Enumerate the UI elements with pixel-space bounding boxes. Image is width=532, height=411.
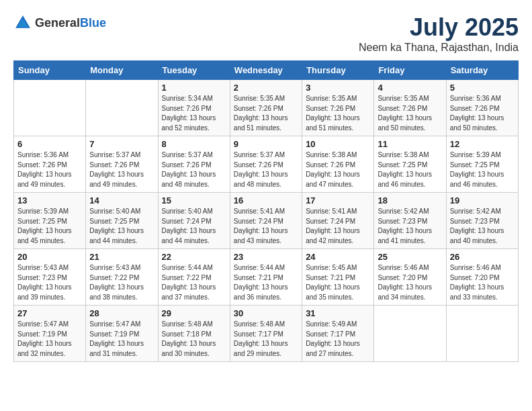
- day-detail: Sunrise: 5:38 AMSunset: 7:26 PMDaylight:…: [306, 150, 370, 189]
- day-cell: 16Sunrise: 5:41 AMSunset: 7:24 PMDayligh…: [230, 193, 302, 249]
- day-cell: 19Sunrise: 5:42 AMSunset: 7:23 PMDayligh…: [446, 193, 518, 249]
- day-cell: 4Sunrise: 5:35 AMSunset: 7:26 PMDaylight…: [374, 80, 446, 136]
- week-row-3: 13Sunrise: 5:39 AMSunset: 7:25 PMDayligh…: [14, 193, 519, 249]
- day-number: 16: [234, 195, 298, 205]
- day-detail: Sunrise: 5:46 AMSunset: 7:20 PMDaylight:…: [450, 263, 515, 302]
- day-number: 8: [162, 139, 226, 149]
- day-number: 19: [450, 195, 515, 205]
- day-detail: Sunrise: 5:34 AMSunset: 7:26 PMDaylight:…: [162, 94, 226, 133]
- day-detail: Sunrise: 5:41 AMSunset: 7:24 PMDaylight:…: [306, 207, 370, 246]
- day-detail: Sunrise: 5:39 AMSunset: 7:25 PMDaylight:…: [450, 150, 515, 189]
- day-number: 28: [89, 308, 154, 318]
- day-cell: 14Sunrise: 5:40 AMSunset: 7:25 PMDayligh…: [86, 193, 158, 249]
- day-detail: Sunrise: 5:45 AMSunset: 7:21 PMDaylight:…: [306, 263, 370, 302]
- logo-icon: [13, 13, 32, 32]
- day-detail: Sunrise: 5:47 AMSunset: 7:19 PMDaylight:…: [89, 320, 154, 359]
- location-title: Neem ka Thana, Rajasthan, India: [359, 42, 519, 54]
- day-detail: Sunrise: 5:36 AMSunset: 7:26 PMDaylight:…: [17, 150, 82, 189]
- day-cell: 12Sunrise: 5:39 AMSunset: 7:25 PMDayligh…: [446, 136, 518, 193]
- day-detail: Sunrise: 5:37 AMSunset: 7:26 PMDaylight:…: [234, 150, 298, 189]
- day-cell: 21Sunrise: 5:43 AMSunset: 7:22 PMDayligh…: [86, 249, 158, 306]
- day-number: 26: [450, 252, 515, 262]
- day-number: 5: [450, 83, 515, 93]
- day-number: 12: [450, 139, 515, 149]
- day-number: 21: [89, 252, 154, 262]
- day-detail: Sunrise: 5:36 AMSunset: 7:26 PMDaylight:…: [450, 94, 515, 133]
- day-cell: 17Sunrise: 5:41 AMSunset: 7:24 PMDayligh…: [302, 193, 374, 249]
- day-detail: Sunrise: 5:43 AMSunset: 7:22 PMDaylight:…: [89, 263, 154, 302]
- day-cell: [14, 80, 86, 136]
- day-cell: 8Sunrise: 5:37 AMSunset: 7:26 PMDaylight…: [158, 136, 230, 193]
- day-cell: [86, 80, 158, 136]
- day-detail: Sunrise: 5:48 AMSunset: 7:18 PMDaylight:…: [162, 320, 226, 359]
- day-number: 3: [306, 83, 370, 93]
- day-cell: 7Sunrise: 5:37 AMSunset: 7:26 PMDaylight…: [86, 136, 158, 193]
- weekday-header-monday: Monday: [86, 61, 158, 80]
- day-number: 30: [234, 308, 298, 318]
- month-title: July 2025: [359, 13, 519, 42]
- day-cell: 23Sunrise: 5:44 AMSunset: 7:21 PMDayligh…: [230, 249, 302, 306]
- day-cell: 29Sunrise: 5:48 AMSunset: 7:18 PMDayligh…: [158, 306, 230, 362]
- day-detail: Sunrise: 5:40 AMSunset: 7:24 PMDaylight:…: [162, 207, 226, 246]
- weekday-header-thursday: Thursday: [302, 61, 374, 80]
- day-cell: 2Sunrise: 5:35 AMSunset: 7:26 PMDaylight…: [230, 80, 302, 136]
- day-cell: [374, 306, 446, 362]
- day-number: 9: [234, 139, 298, 149]
- weekday-header-friday: Friday: [374, 61, 446, 80]
- day-cell: 3Sunrise: 5:35 AMSunset: 7:26 PMDaylight…: [302, 80, 374, 136]
- weekday-header-row: SundayMondayTuesdayWednesdayThursdayFrid…: [14, 61, 519, 80]
- week-row-4: 20Sunrise: 5:43 AMSunset: 7:23 PMDayligh…: [14, 249, 519, 306]
- day-number: 20: [17, 252, 82, 262]
- title-area: July 2025 Neem ka Thana, Rajasthan, Indi…: [359, 13, 519, 54]
- day-cell: 30Sunrise: 5:48 AMSunset: 7:17 PMDayligh…: [230, 306, 302, 362]
- day-detail: Sunrise: 5:44 AMSunset: 7:21 PMDaylight:…: [234, 263, 298, 302]
- day-number: 25: [378, 252, 442, 262]
- logo-text-blue: Blue: [80, 16, 106, 30]
- day-number: 1: [162, 83, 226, 93]
- weekday-header-sunday: Sunday: [14, 61, 86, 80]
- day-number: 7: [89, 139, 154, 149]
- day-cell: 9Sunrise: 5:37 AMSunset: 7:26 PMDaylight…: [230, 136, 302, 193]
- day-number: 2: [234, 83, 298, 93]
- day-number: 4: [378, 83, 442, 93]
- day-cell: 22Sunrise: 5:44 AMSunset: 7:22 PMDayligh…: [158, 249, 230, 306]
- day-number: 24: [306, 252, 370, 262]
- day-cell: 27Sunrise: 5:47 AMSunset: 7:19 PMDayligh…: [14, 306, 86, 362]
- day-detail: Sunrise: 5:46 AMSunset: 7:20 PMDaylight:…: [378, 263, 442, 302]
- day-cell: 31Sunrise: 5:49 AMSunset: 7:17 PMDayligh…: [302, 306, 374, 362]
- weekday-header-wednesday: Wednesday: [230, 61, 302, 80]
- header: GeneralBlue July 2025 Neem ka Thana, Raj…: [13, 13, 519, 54]
- day-cell: 5Sunrise: 5:36 AMSunset: 7:26 PMDaylight…: [446, 80, 518, 136]
- day-detail: Sunrise: 5:39 AMSunset: 7:25 PMDaylight:…: [17, 207, 82, 246]
- day-cell: 20Sunrise: 5:43 AMSunset: 7:23 PMDayligh…: [14, 249, 86, 306]
- day-number: 29: [162, 308, 226, 318]
- logo-text-general: General: [35, 16, 80, 30]
- day-cell: 15Sunrise: 5:40 AMSunset: 7:24 PMDayligh…: [158, 193, 230, 249]
- day-cell: 25Sunrise: 5:46 AMSunset: 7:20 PMDayligh…: [374, 249, 446, 306]
- day-number: 15: [162, 195, 226, 205]
- day-cell: 11Sunrise: 5:38 AMSunset: 7:25 PMDayligh…: [374, 136, 446, 193]
- day-detail: Sunrise: 5:37 AMSunset: 7:26 PMDaylight:…: [162, 150, 226, 189]
- day-detail: Sunrise: 5:49 AMSunset: 7:17 PMDaylight:…: [306, 320, 370, 359]
- day-number: 18: [378, 195, 442, 205]
- day-detail: Sunrise: 5:42 AMSunset: 7:23 PMDaylight:…: [450, 207, 515, 246]
- day-number: 14: [89, 195, 154, 205]
- week-row-2: 6Sunrise: 5:36 AMSunset: 7:26 PMDaylight…: [14, 136, 519, 193]
- day-detail: Sunrise: 5:43 AMSunset: 7:23 PMDaylight:…: [17, 263, 82, 302]
- day-number: 27: [17, 308, 82, 318]
- day-detail: Sunrise: 5:48 AMSunset: 7:17 PMDaylight:…: [234, 320, 298, 359]
- day-cell: 10Sunrise: 5:38 AMSunset: 7:26 PMDayligh…: [302, 136, 374, 193]
- day-number: 31: [306, 308, 370, 318]
- weekday-header-tuesday: Tuesday: [158, 61, 230, 80]
- day-cell: [446, 306, 518, 362]
- day-cell: 24Sunrise: 5:45 AMSunset: 7:21 PMDayligh…: [302, 249, 374, 306]
- day-detail: Sunrise: 5:42 AMSunset: 7:23 PMDaylight:…: [378, 207, 442, 246]
- day-cell: 6Sunrise: 5:36 AMSunset: 7:26 PMDaylight…: [14, 136, 86, 193]
- day-detail: Sunrise: 5:41 AMSunset: 7:24 PMDaylight:…: [234, 207, 298, 246]
- day-number: 23: [234, 252, 298, 262]
- day-cell: 18Sunrise: 5:42 AMSunset: 7:23 PMDayligh…: [374, 193, 446, 249]
- week-row-5: 27Sunrise: 5:47 AMSunset: 7:19 PMDayligh…: [14, 306, 519, 362]
- day-detail: Sunrise: 5:35 AMSunset: 7:26 PMDaylight:…: [234, 94, 298, 133]
- day-detail: Sunrise: 5:35 AMSunset: 7:26 PMDaylight:…: [306, 94, 370, 133]
- day-number: 6: [17, 139, 82, 149]
